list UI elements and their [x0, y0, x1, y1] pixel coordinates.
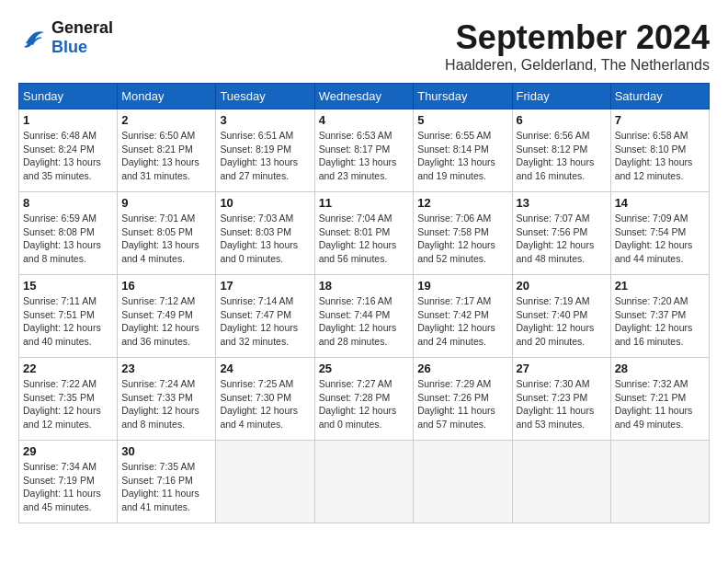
weekday-header-friday: Friday [512, 84, 610, 109]
day-number: 29 [23, 444, 113, 458]
day-info: Sunrise: 7:29 AM Sunset: 7:26 PM Dayligh… [417, 377, 507, 431]
calendar-cell: 2Sunrise: 6:50 AM Sunset: 8:21 PM Daylig… [118, 109, 216, 192]
calendar-cell: 11Sunrise: 7:04 AM Sunset: 8:01 PM Dayli… [314, 192, 414, 275]
weekday-header-wednesday: Wednesday [314, 84, 414, 109]
day-number: 23 [121, 362, 211, 375]
calendar-cell: 5Sunrise: 6:55 AM Sunset: 8:14 PM Daylig… [414, 109, 512, 192]
logo-text: General Blue [51, 18, 113, 57]
calendar-cell: 8Sunrise: 6:59 AM Sunset: 8:08 PM Daylig… [19, 192, 118, 275]
calendar-cell: 3Sunrise: 6:51 AM Sunset: 8:19 PM Daylig… [216, 109, 314, 192]
day-info: Sunrise: 7:27 AM Sunset: 7:28 PM Dayligh… [319, 377, 410, 431]
calendar-cell: 19Sunrise: 7:17 AM Sunset: 7:42 PM Dayli… [414, 275, 512, 358]
calendar-cell: 24Sunrise: 7:25 AM Sunset: 7:30 PM Dayli… [216, 358, 314, 441]
weekday-header-thursday: Thursday [414, 84, 512, 109]
day-info: Sunrise: 6:50 AM Sunset: 8:21 PM Dayligh… [121, 129, 211, 183]
day-info: Sunrise: 6:59 AM Sunset: 8:08 PM Dayligh… [23, 212, 113, 266]
day-info: Sunrise: 7:24 AM Sunset: 7:33 PM Dayligh… [121, 377, 211, 431]
calendar-cell [216, 441, 314, 523]
calendar-cell: 29Sunrise: 7:34 AM Sunset: 7:19 PM Dayli… [19, 441, 118, 523]
day-number: 16 [121, 279, 211, 293]
day-info: Sunrise: 7:03 AM Sunset: 8:03 PM Dayligh… [220, 212, 310, 266]
month-title: September 2024 [445, 18, 710, 57]
day-number: 17 [220, 279, 310, 293]
logo-icon [18, 25, 48, 51]
day-info: Sunrise: 7:09 AM Sunset: 7:54 PM Dayligh… [615, 212, 705, 266]
day-info: Sunrise: 7:17 AM Sunset: 7:42 PM Dayligh… [417, 294, 507, 349]
day-number: 8 [23, 196, 113, 210]
calendar-cell [610, 441, 709, 523]
calendar-cell: 9Sunrise: 7:01 AM Sunset: 8:05 PM Daylig… [118, 192, 216, 275]
day-number: 25 [319, 362, 410, 375]
day-number: 30 [121, 444, 211, 458]
day-number: 4 [319, 113, 410, 127]
day-info: Sunrise: 7:16 AM Sunset: 7:44 PM Dayligh… [319, 294, 410, 349]
calendar-cell [414, 441, 512, 523]
day-info: Sunrise: 7:12 AM Sunset: 7:49 PM Dayligh… [121, 294, 211, 349]
calendar-cell: 7Sunrise: 6:58 AM Sunset: 8:10 PM Daylig… [610, 109, 709, 192]
calendar-cell: 26Sunrise: 7:29 AM Sunset: 7:26 PM Dayli… [414, 358, 512, 441]
calendar-cell: 14Sunrise: 7:09 AM Sunset: 7:54 PM Dayli… [610, 192, 709, 275]
day-number: 15 [23, 279, 113, 293]
weekday-header-tuesday: Tuesday [216, 84, 314, 109]
calendar-cell [314, 441, 414, 523]
calendar-cell: 22Sunrise: 7:22 AM Sunset: 7:35 PM Dayli… [19, 358, 118, 441]
calendar-cell: 20Sunrise: 7:19 AM Sunset: 7:40 PM Dayli… [512, 275, 610, 358]
day-info: Sunrise: 6:55 AM Sunset: 8:14 PM Dayligh… [417, 129, 507, 183]
calendar-cell: 25Sunrise: 7:27 AM Sunset: 7:28 PM Dayli… [314, 358, 414, 441]
calendar-cell: 27Sunrise: 7:30 AM Sunset: 7:23 PM Dayli… [512, 358, 610, 441]
day-number: 6 [517, 113, 607, 127]
day-info: Sunrise: 7:04 AM Sunset: 8:01 PM Dayligh… [319, 212, 410, 266]
calendar-cell: 18Sunrise: 7:16 AM Sunset: 7:44 PM Dayli… [314, 275, 414, 358]
calendar-cell: 10Sunrise: 7:03 AM Sunset: 8:03 PM Dayli… [216, 192, 314, 275]
day-info: Sunrise: 7:30 AM Sunset: 7:23 PM Dayligh… [517, 377, 607, 431]
day-info: Sunrise: 6:53 AM Sunset: 8:17 PM Dayligh… [319, 129, 410, 183]
day-number: 13 [517, 196, 607, 210]
day-number: 7 [615, 113, 705, 127]
day-info: Sunrise: 7:32 AM Sunset: 7:21 PM Dayligh… [615, 377, 705, 431]
day-number: 27 [517, 362, 607, 375]
day-number: 2 [121, 113, 211, 127]
calendar-cell: 21Sunrise: 7:20 AM Sunset: 7:37 PM Dayli… [610, 275, 709, 358]
day-number: 24 [220, 362, 310, 375]
calendar-cell: 17Sunrise: 7:14 AM Sunset: 7:47 PM Dayli… [216, 275, 314, 358]
calendar-cell: 15Sunrise: 7:11 AM Sunset: 7:51 PM Dayli… [19, 275, 118, 358]
logo: General Blue [18, 18, 113, 57]
day-info: Sunrise: 7:19 AM Sunset: 7:40 PM Dayligh… [517, 294, 607, 349]
day-info: Sunrise: 6:58 AM Sunset: 8:10 PM Dayligh… [615, 129, 705, 183]
calendar-table: SundayMondayTuesdayWednesdayThursdayFrid… [18, 83, 710, 523]
day-info: Sunrise: 7:34 AM Sunset: 7:19 PM Dayligh… [23, 460, 113, 514]
day-number: 22 [23, 362, 113, 375]
day-number: 20 [517, 279, 607, 293]
location-title: Haalderen, Gelderland, The Netherlands [445, 57, 710, 74]
calendar-cell [512, 441, 610, 523]
day-info: Sunrise: 7:25 AM Sunset: 7:30 PM Dayligh… [220, 377, 310, 431]
day-info: Sunrise: 6:56 AM Sunset: 8:12 PM Dayligh… [517, 129, 607, 183]
day-info: Sunrise: 7:35 AM Sunset: 7:16 PM Dayligh… [121, 460, 211, 514]
title-section: September 2024 Haalderen, Gelderland, Th… [445, 18, 710, 74]
day-number: 1 [23, 113, 113, 127]
day-number: 11 [319, 196, 410, 210]
day-info: Sunrise: 6:51 AM Sunset: 8:19 PM Dayligh… [220, 129, 310, 183]
calendar-cell: 1Sunrise: 6:48 AM Sunset: 8:24 PM Daylig… [19, 109, 118, 192]
calendar-cell: 4Sunrise: 6:53 AM Sunset: 8:17 PM Daylig… [314, 109, 414, 192]
day-info: Sunrise: 7:11 AM Sunset: 7:51 PM Dayligh… [23, 294, 113, 349]
day-number: 9 [121, 196, 211, 210]
day-number: 14 [615, 196, 705, 210]
weekday-header-monday: Monday [118, 84, 216, 109]
day-number: 10 [220, 196, 310, 210]
day-info: Sunrise: 7:20 AM Sunset: 7:37 PM Dayligh… [615, 294, 705, 349]
calendar-cell: 6Sunrise: 6:56 AM Sunset: 8:12 PM Daylig… [512, 109, 610, 192]
weekday-header-saturday: Saturday [610, 84, 709, 109]
day-info: Sunrise: 7:14 AM Sunset: 7:47 PM Dayligh… [220, 294, 310, 349]
calendar-cell: 23Sunrise: 7:24 AM Sunset: 7:33 PM Dayli… [118, 358, 216, 441]
day-number: 12 [417, 196, 507, 210]
day-number: 21 [615, 279, 705, 293]
day-number: 3 [220, 113, 310, 127]
day-number: 26 [417, 362, 507, 375]
day-info: Sunrise: 7:07 AM Sunset: 7:56 PM Dayligh… [517, 212, 607, 266]
weekday-header-sunday: Sunday [19, 84, 118, 109]
header: General Blue September 2024 Haalderen, G… [18, 18, 710, 74]
day-number: 19 [417, 279, 507, 293]
day-info: Sunrise: 7:06 AM Sunset: 7:58 PM Dayligh… [417, 212, 507, 266]
calendar-cell: 12Sunrise: 7:06 AM Sunset: 7:58 PM Dayli… [414, 192, 512, 275]
